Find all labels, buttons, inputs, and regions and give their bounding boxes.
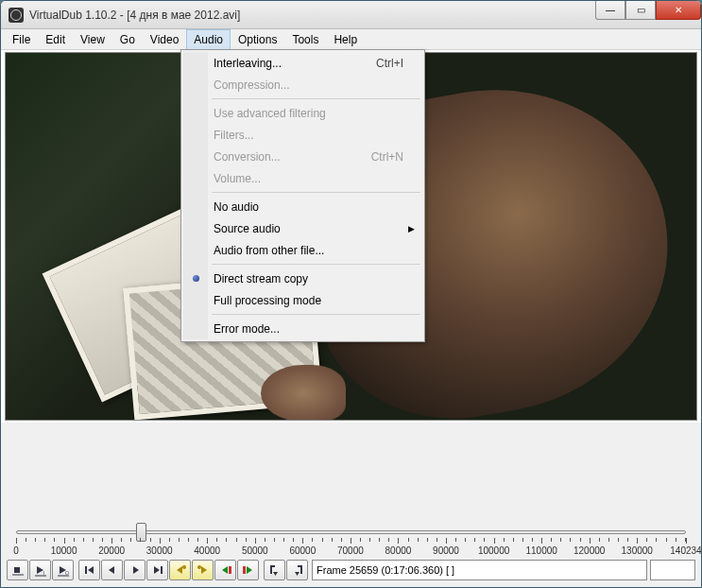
menu-separator [212, 192, 420, 193]
svg-marker-22 [273, 572, 278, 576]
svg-marker-23 [295, 572, 300, 576]
svg-rect-0 [14, 567, 20, 573]
mark-out-button[interactable] [286, 560, 308, 580]
menu-audio[interactable]: Audio [186, 29, 231, 49]
menu-tools[interactable]: Tools [284, 29, 326, 49]
timeline-ticks [16, 538, 686, 544]
go-end-button[interactable] [146, 560, 168, 580]
menu-compression[interactable]: Compression... [183, 74, 422, 95]
menu-options[interactable]: Options [231, 29, 284, 49]
menu-no-audio[interactable]: No audio [183, 196, 422, 217]
status-bar: Frame 25659 (0:17:06.360) [ ] [312, 560, 647, 580]
svg-marker-21 [247, 566, 252, 574]
svg-rect-8 [85, 566, 87, 574]
menu-item-label: Compression... [214, 78, 422, 92]
menu-item-label: Direct stream copy [214, 272, 422, 285]
menu-item-label: Conversion... [214, 150, 371, 164]
menu-item-label: Source audio [214, 222, 422, 235]
svg-text:I: I [43, 570, 44, 576]
menu-full-processing[interactable]: Full processing mode [183, 289, 422, 311]
tick-label: 60000 [289, 545, 316, 556]
menu-adv-filtering[interactable]: Use advanced filtering [183, 102, 422, 124]
menu-volume[interactable]: Volume... [183, 167, 422, 189]
titlebar[interactable]: VirtualDub 1.10.2 - [4 дня в мае 2012.av… [1, 1, 701, 29]
tick-label: 20000 [98, 545, 125, 556]
status-extra [650, 560, 695, 580]
menu-filters[interactable]: Filters... [183, 124, 422, 146]
menu-item-label: Use advanced filtering [214, 107, 422, 120]
menubar: File Edit View Go Video Audio Options To… [1, 29, 701, 50]
menu-separator [212, 264, 420, 265]
radio-selected-icon [193, 275, 199, 282]
svg-marker-10 [109, 566, 114, 574]
menu-edit[interactable]: Edit [38, 29, 73, 49]
menu-file[interactable]: File [5, 29, 38, 49]
menu-help[interactable]: Help [326, 29, 365, 49]
menu-source-audio[interactable]: Source audio ▶ [183, 217, 422, 239]
svg-marker-12 [154, 566, 160, 574]
tick-label: 110000 [525, 545, 556, 556]
go-begin-button[interactable] [78, 560, 100, 580]
menu-go[interactable]: Go [112, 29, 143, 49]
mark-in-button[interactable] [264, 560, 285, 580]
timeline-track[interactable] [16, 530, 686, 534]
close-button[interactable]: ✕ [656, 1, 701, 20]
menu-separator [212, 314, 420, 315]
tick-label: 40000 [194, 545, 220, 556]
play-output-button[interactable]: O [52, 560, 74, 580]
step-fwd-button[interactable] [124, 560, 146, 580]
scene-prev-button[interactable] [214, 560, 236, 580]
tick-label: 0 [13, 545, 19, 556]
tick-label: 80000 [385, 545, 412, 556]
stop-button[interactable] [7, 560, 28, 580]
menu-direct-stream-copy[interactable]: Direct stream copy [183, 268, 422, 289]
tick-label: 120000 [574, 545, 605, 556]
menu-item-label: No audio [214, 200, 422, 214]
menu-item-label: Interleaving... [214, 57, 376, 70]
lower-panel: 0100002000030000400005000060000700008000… [1, 423, 701, 587]
menu-view[interactable]: View [73, 29, 112, 49]
key-next-button[interactable] [192, 560, 214, 580]
maximize-button[interactable]: ▭ [625, 1, 656, 20]
video-frame-content [261, 365, 346, 421]
play-input-button[interactable]: I [29, 560, 51, 580]
scene-next-button[interactable] [237, 560, 259, 580]
tick-label: 100000 [478, 545, 509, 556]
svg-point-15 [182, 565, 186, 569]
key-prev-button[interactable] [169, 560, 191, 580]
svg-rect-20 [243, 566, 246, 574]
tick-label: 50000 [242, 545, 268, 556]
menu-separator [212, 98, 420, 99]
svg-point-16 [197, 565, 201, 569]
menu-item-label: Volume... [214, 172, 422, 185]
transport-toolbar: I O Frame 25659 (0:17:06.360) [ ] [7, 559, 695, 581]
menu-video[interactable]: Video [143, 29, 186, 49]
menu-conversion[interactable]: Conversion... Ctrl+N [183, 146, 422, 167]
menu-error-mode[interactable]: Error mode... [183, 318, 422, 339]
menu-item-label: Error mode... [214, 322, 422, 336]
step-back-button[interactable] [101, 560, 123, 580]
menu-audio-other-file[interactable]: Audio from other file... [183, 239, 422, 261]
tick-label: 90000 [433, 545, 459, 556]
timeline[interactable]: 0100002000030000400005000060000700008000… [7, 521, 695, 559]
tick-label: 130000 [622, 545, 653, 556]
app-icon [9, 8, 24, 23]
svg-marker-14 [177, 566, 182, 574]
audio-dropdown: Interleaving... Ctrl+I Compression... Us… [180, 49, 425, 342]
svg-marker-18 [222, 566, 228, 574]
menu-item-accel: Ctrl+N [371, 150, 422, 164]
submenu-arrow-icon: ▶ [408, 224, 415, 233]
tick-label: 140234 [670, 545, 701, 556]
menu-item-label: Filters... [214, 129, 422, 142]
tick-mark [686, 538, 687, 544]
svg-rect-19 [229, 566, 231, 574]
menu-interleaving[interactable]: Interleaving... Ctrl+I [183, 52, 422, 74]
tick-label: 10000 [51, 545, 77, 556]
svg-text:O: O [65, 570, 69, 576]
svg-marker-17 [201, 566, 207, 574]
svg-marker-9 [88, 566, 94, 574]
svg-marker-11 [133, 566, 139, 574]
tick-label: 70000 [337, 545, 364, 556]
menu-item-accel: Ctrl+I [376, 57, 422, 70]
minimize-button[interactable]: — [595, 1, 625, 20]
